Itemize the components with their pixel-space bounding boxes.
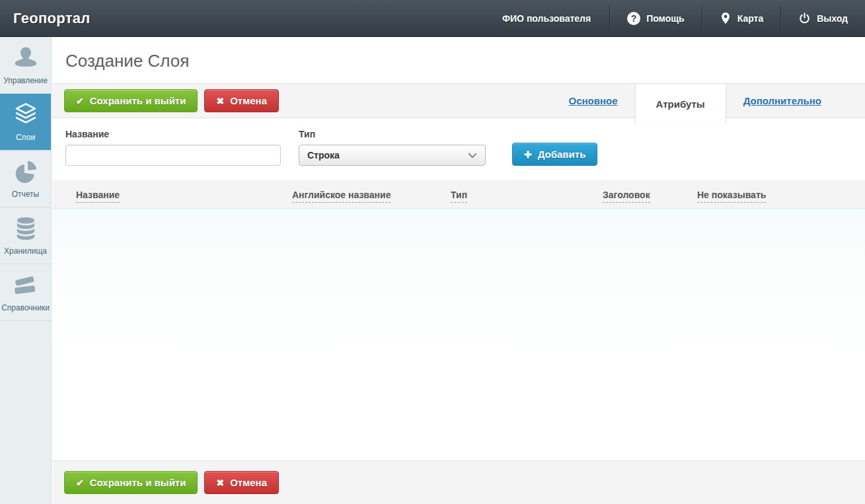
sidebar-item-references[interactable]: Справочники: [0, 264, 51, 321]
sidebar-item-storages[interactable]: Хранилища: [0, 207, 51, 264]
cancel-button[interactable]: ✖ Отмена: [204, 89, 279, 112]
pie-chart-icon: [12, 158, 40, 186]
type-field-group: Тип Строка: [299, 129, 486, 166]
type-select[interactable]: Строка: [299, 145, 486, 166]
add-button-label: Добавить: [538, 149, 586, 160]
user-icon: [12, 44, 40, 72]
logout-label: Выход: [817, 13, 848, 24]
page-title: Создание Слоя: [65, 51, 852, 71]
tab-additional[interactable]: Дополнительно: [726, 95, 839, 106]
cancel-button-label: Отмена: [230, 95, 267, 106]
sidebar-item-label: Отчеты: [12, 190, 39, 199]
database-icon: [12, 215, 40, 242]
main-content: Создание Слоя ✔ Сохранить и выйти ✖ Отме…: [52, 37, 865, 504]
cross-icon: ✖: [216, 96, 224, 106]
save-button-label: Сохранить и выйти: [90, 95, 186, 106]
attributes-table-header: Название Английское название Тип Заголов…: [52, 180, 865, 209]
app-logo: Геопортал: [0, 10, 91, 27]
type-select-value: Строка: [307, 150, 340, 161]
page-title-area: Создание Слоя: [52, 37, 865, 83]
type-label: Тип: [299, 129, 486, 139]
sidebar-item-label: Справочники: [1, 303, 50, 312]
sidebar-item-label: Хранилища: [4, 246, 47, 256]
logout-link[interactable]: Выход: [781, 0, 865, 36]
column-header-title: Заголовок: [603, 190, 697, 200]
column-header-name: Название: [52, 190, 292, 200]
map-link[interactable]: Карта: [702, 0, 781, 36]
check-icon: ✔: [76, 478, 84, 488]
map-label: Карта: [737, 13, 764, 24]
cancel-button-bottom[interactable]: ✖ Отмена: [204, 471, 279, 494]
attribute-form: Название Тип Строка ✚ Добавить: [52, 118, 865, 175]
help-link[interactable]: ? Помощь: [610, 0, 702, 36]
sidebar-item-layers[interactable]: Слои: [0, 94, 51, 151]
help-icon: ?: [627, 12, 640, 25]
column-header-hide: Не показывать: [697, 190, 865, 200]
sidebar-item-label: Слои: [16, 133, 35, 142]
sidebar: Управление Слои Отчеты Хранилища: [0, 37, 52, 504]
toolbar: ✔ Сохранить и выйти ✖ Отмена Основное Ат…: [52, 83, 865, 118]
check-icon: ✔: [76, 96, 84, 106]
name-field-group: Название: [65, 129, 281, 166]
layers-icon: [12, 101, 40, 129]
tab-attributes[interactable]: Атрибуты: [635, 84, 726, 124]
add-attribute-button[interactable]: ✚ Добавить: [512, 143, 597, 166]
name-label: Название: [65, 129, 281, 139]
add-button-area: ✚ Добавить: [512, 143, 597, 166]
user-fullname[interactable]: ФИО пользователя: [484, 13, 609, 24]
chevron-down-icon: [468, 153, 477, 159]
name-input[interactable]: [65, 145, 281, 166]
top-header: Геопортал ФИО пользователя ? Помощь Карт…: [0, 0, 865, 37]
cross-icon: ✖: [216, 478, 224, 488]
help-label: Помощь: [646, 13, 685, 24]
save-button-label: Сохранить и выйти: [90, 477, 186, 488]
cancel-button-label: Отмена: [230, 477, 267, 488]
map-pin-icon: [720, 12, 732, 25]
bottom-action-bar: ✔ Сохранить и выйти ✖ Отмена: [52, 460, 865, 504]
save-and-exit-button-bottom[interactable]: ✔ Сохранить и выйти: [64, 471, 198, 494]
header-nav: ФИО пользователя ? Помощь Карта Выход: [484, 0, 865, 36]
tab-main[interactable]: Основное: [551, 95, 634, 106]
column-header-type: Тип: [451, 190, 603, 200]
column-header-english-name: Английское название: [292, 190, 451, 200]
sidebar-item-reports[interactable]: Отчеты: [0, 151, 51, 207]
sidebar-item-label: Управление: [3, 76, 48, 85]
attributes-table-body: [52, 209, 865, 460]
tab-bar: Основное Атрибуты Дополнительно: [551, 84, 865, 118]
sidebar-item-management[interactable]: Управление: [0, 37, 51, 94]
power-icon: [798, 12, 811, 24]
plus-icon: ✚: [524, 149, 532, 160]
books-icon: [12, 271, 40, 299]
save-and-exit-button[interactable]: ✔ Сохранить и выйти: [64, 89, 198, 112]
